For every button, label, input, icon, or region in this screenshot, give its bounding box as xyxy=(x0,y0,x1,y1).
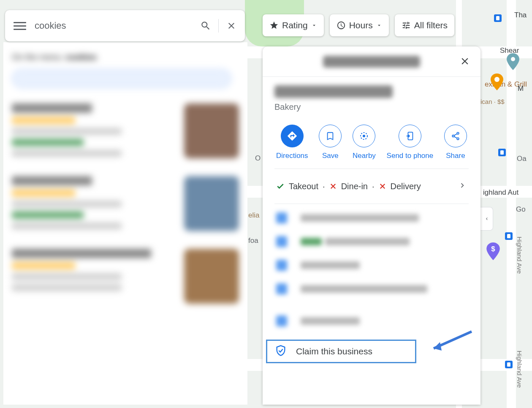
tune-icon xyxy=(402,21,411,30)
bus-stop-icon[interactable] xyxy=(505,361,513,370)
send-to-phone-button[interactable]: Send to phone xyxy=(387,125,434,160)
map-label: elia xyxy=(248,211,259,220)
check-icon xyxy=(276,182,285,190)
restaurant-pin-icon[interactable] xyxy=(491,73,503,92)
result-card[interactable] xyxy=(12,249,239,304)
chevron-right-icon[interactable] xyxy=(458,181,467,192)
bus-stop-icon[interactable] xyxy=(505,232,513,242)
business-type: Bakery xyxy=(274,102,469,112)
separator: · xyxy=(372,182,375,191)
chip-label: Rating xyxy=(282,20,308,30)
x-icon xyxy=(329,182,337,190)
share-icon xyxy=(444,125,467,147)
map-street-label: Highland Ave xyxy=(516,351,523,388)
bus-stop-icon[interactable] xyxy=(498,149,506,158)
results-panel[interactable]: On the menu: cookies xyxy=(3,42,247,405)
bus-stop-icon[interactable] xyxy=(494,14,502,24)
info-row-website[interactable] xyxy=(274,283,469,294)
chevron-down-icon xyxy=(376,22,382,28)
result-card[interactable] xyxy=(12,103,239,161)
info-row-hours[interactable] xyxy=(274,236,469,247)
save-button[interactable]: Save xyxy=(319,125,342,160)
map-poi-label[interactable]: ighland Aut xyxy=(483,188,518,197)
action-label: Directions xyxy=(276,152,308,160)
svg-point-17 xyxy=(457,138,459,140)
map-label: M xyxy=(518,84,524,93)
search-bar xyxy=(5,10,245,41)
result-thumb xyxy=(184,103,239,158)
map-label: Go xyxy=(516,205,526,214)
info-row-other[interactable] xyxy=(274,316,469,326)
action-label: Nearby xyxy=(353,152,376,160)
close-panel-button[interactable] xyxy=(459,56,471,68)
nearby-button[interactable]: Nearby xyxy=(353,125,376,160)
action-label: Send to phone xyxy=(387,152,434,160)
svg-point-16 xyxy=(452,135,454,137)
svg-point-1 xyxy=(511,57,515,61)
clear-search-button[interactable] xyxy=(223,17,240,34)
map-label: foa xyxy=(248,237,258,245)
separator: · xyxy=(323,182,325,191)
business-info-section xyxy=(274,204,469,348)
phone-send-icon xyxy=(399,125,421,147)
rating-filter-chip[interactable]: Rating xyxy=(263,14,324,36)
menu-button[interactable] xyxy=(14,19,26,32)
map-distance: Oa xyxy=(517,155,527,163)
order-online-button[interactable] xyxy=(12,69,231,88)
directions-icon xyxy=(281,125,304,147)
svg-rect-5 xyxy=(496,16,499,20)
map-street-label: Highland Ave xyxy=(516,237,523,274)
filter-chips: Rating Hours All filters xyxy=(263,14,454,36)
location-pin-icon[interactable] xyxy=(507,53,519,72)
map-poi-sublabel: ican · $$ xyxy=(480,98,505,105)
svg-point-15 xyxy=(457,132,459,134)
service-label: Dine-in xyxy=(341,182,368,191)
result-thumb xyxy=(184,249,239,304)
service-options-row[interactable]: Takeout · Dine-in · Delivery xyxy=(274,169,469,204)
svg-rect-9 xyxy=(507,234,510,238)
svg-point-0 xyxy=(494,77,499,82)
collapse-panel-button[interactable] xyxy=(480,207,493,231)
hours-filter-chip[interactable]: Hours xyxy=(330,14,389,36)
chevron-down-icon xyxy=(311,22,317,28)
result-card[interactable] xyxy=(12,176,239,234)
map-label: O xyxy=(255,154,261,163)
chip-label: Hours xyxy=(349,20,373,30)
action-label: Save xyxy=(322,152,339,160)
shop-pin-icon[interactable]: $ xyxy=(486,242,500,262)
on-menu-label: On the menu: cookies xyxy=(12,52,239,62)
svg-rect-11 xyxy=(507,362,510,367)
svg-text:$: $ xyxy=(491,245,495,253)
verified-shield-icon xyxy=(275,345,287,359)
share-button[interactable]: Share xyxy=(444,125,467,160)
claim-business-button[interactable]: Claim this business xyxy=(266,340,416,363)
business-name xyxy=(274,85,393,98)
service-label: Takeout xyxy=(289,182,318,191)
divider xyxy=(218,19,219,33)
directions-button[interactable]: Directions xyxy=(276,125,308,160)
star-icon xyxy=(269,21,279,30)
info-row-phone[interactable] xyxy=(274,260,469,271)
action-row: Directions Save Nearby Send to phone xyxy=(274,121,469,169)
search-button[interactable] xyxy=(197,17,214,34)
info-row-address[interactable] xyxy=(274,212,469,223)
x-icon xyxy=(379,182,386,190)
search-input[interactable] xyxy=(26,20,197,31)
clock-icon xyxy=(337,21,346,30)
chip-label: All filters xyxy=(414,20,448,30)
nearby-icon xyxy=(353,125,375,147)
all-filters-chip[interactable]: All filters xyxy=(395,14,454,36)
annotation-arrow-icon xyxy=(427,329,474,356)
claim-label: Claim this business xyxy=(296,346,372,356)
result-thumb xyxy=(184,176,239,231)
svg-rect-7 xyxy=(500,150,504,155)
detail-title xyxy=(323,56,420,68)
bookmark-icon xyxy=(319,125,342,147)
svg-point-12 xyxy=(363,135,365,137)
map-label: Tha xyxy=(514,11,527,19)
service-label: Delivery xyxy=(391,182,421,191)
action-label: Share xyxy=(446,152,465,160)
